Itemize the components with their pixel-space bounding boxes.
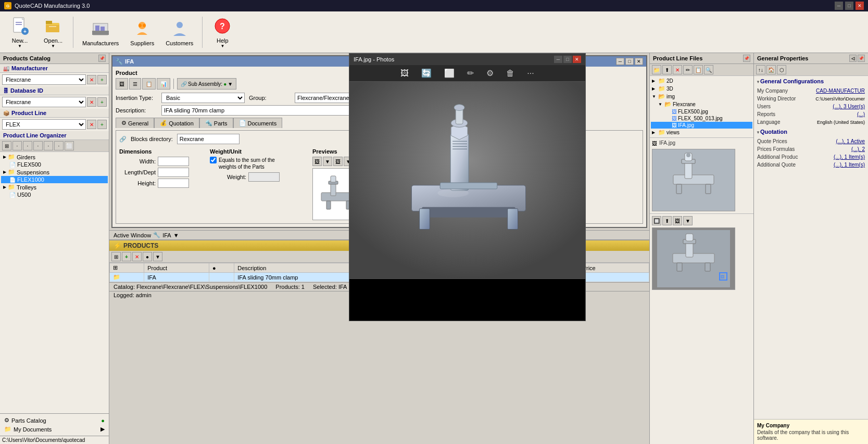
height-input[interactable]: 0.000 bbox=[158, 179, 189, 188]
photo-tool-settings-btn[interactable]: ⚙ bbox=[483, 67, 497, 79]
ifa-icon-btn4[interactable]: 📊 bbox=[157, 78, 170, 90]
photos-minimize-btn[interactable]: ─ bbox=[554, 56, 562, 63]
manufacturers-button[interactable]: Manufacturers bbox=[78, 16, 123, 49]
preview-dropdown1[interactable]: ▼ bbox=[323, 157, 332, 166]
photo-tool-edit-btn[interactable]: ✏ bbox=[464, 67, 477, 79]
tree-item-flex500[interactable]: 📄 FLEX500 bbox=[1, 161, 108, 168]
org-btn2[interactable]: · bbox=[12, 141, 22, 150]
close-button[interactable]: ✕ bbox=[856, 2, 864, 10]
database-add-btn[interactable]: + bbox=[97, 97, 107, 107]
panel-pin-icon[interactable]: 📌 bbox=[98, 55, 106, 62]
photos-close-btn[interactable]: ✕ bbox=[573, 56, 581, 63]
photo-tool-rotate-btn[interactable]: 🔄 bbox=[418, 67, 435, 79]
bp-btn4[interactable]: ▼ bbox=[683, 216, 693, 225]
ft-btn2[interactable]: ⬆ bbox=[662, 65, 672, 74]
open-button[interactable]: Open... ▼ bbox=[37, 13, 69, 51]
prop-my-company-val[interactable]: CAD-MANUFACTUR bbox=[816, 88, 865, 94]
preview-btn1[interactable]: 🖼 bbox=[312, 157, 322, 166]
file-tree-2d[interactable]: ▶ 📁 2D bbox=[651, 77, 752, 85]
photo-tool-crop-btn[interactable]: ⬜ bbox=[441, 67, 458, 79]
quotation-expand[interactable]: ▼ Quotation bbox=[756, 129, 866, 136]
prod-add-btn[interactable]: + bbox=[122, 252, 131, 261]
prop-additional-produc-val[interactable]: (...), 1 Item(s) bbox=[834, 154, 865, 160]
help-button[interactable]: ? Help ▼ bbox=[207, 13, 238, 51]
product-line-delete-btn[interactable]: ✕ bbox=[87, 120, 96, 129]
ft-btn6[interactable]: 🔍 bbox=[704, 65, 713, 74]
ifa-icon-btn2[interactable]: ☰ bbox=[129, 78, 141, 90]
manufacturer-select[interactable]: Flexcrane bbox=[2, 74, 86, 85]
blocks-dir-input[interactable] bbox=[177, 134, 240, 144]
gen-configs-expand[interactable]: ▼ General Configurations bbox=[756, 78, 866, 86]
ifa-minimize-btn[interactable]: ─ bbox=[616, 58, 624, 65]
minimize-button[interactable]: ─ bbox=[835, 2, 843, 10]
photo-tool-delete-btn[interactable]: 🗑 bbox=[503, 68, 518, 79]
tab-parts[interactable]: 🔩 Parts bbox=[199, 118, 233, 128]
ifa-icon-btn3[interactable]: 📋 bbox=[142, 78, 156, 90]
ft-btn1[interactable]: 📁 bbox=[652, 65, 661, 74]
gp-sort2-icon[interactable]: 🏠 bbox=[766, 65, 776, 74]
product-line-add-btn[interactable]: + bbox=[97, 120, 107, 129]
file-tree-img[interactable]: ▼ 📂 img bbox=[651, 93, 752, 100]
prop-additional-quote-val[interactable]: (...), 1 Item(s) bbox=[834, 162, 865, 168]
prop-users-val[interactable]: (...), 3 User(s) bbox=[833, 104, 865, 109]
equals-checkbox[interactable] bbox=[210, 157, 217, 163]
org-btn5[interactable]: · bbox=[44, 141, 53, 150]
file-tree-flexcrane[interactable]: ▼ 📂 Flexcrane bbox=[651, 100, 752, 108]
prod-del-btn[interactable]: ✕ bbox=[132, 252, 142, 261]
description-input[interactable] bbox=[161, 105, 359, 116]
tab-quotation[interactable]: 💰 Quotation bbox=[154, 118, 199, 128]
right-panel-pin-icon[interactable]: 📌 bbox=[743, 55, 750, 62]
manufacturer-delete-btn[interactable]: ✕ bbox=[87, 75, 96, 84]
tree-item-girders[interactable]: ▶ 📁 Girders bbox=[1, 153, 108, 161]
tab-general[interactable]: ⚙ General bbox=[116, 118, 154, 128]
tree-item-trolleys[interactable]: ▶ 📁 Trolleys bbox=[1, 183, 108, 191]
gp-sort1-icon[interactable]: ↑↓ bbox=[756, 65, 765, 74]
tree-item-flex1000[interactable]: 📄 FLEX1000 bbox=[1, 176, 108, 183]
org-btn1[interactable]: ⊞ bbox=[2, 141, 11, 150]
file-tree-flex500013jpg[interactable]: 🖼 FLEX_500_013.jpg bbox=[651, 115, 752, 122]
prop-quote-prices-val[interactable]: (...), 1 Active bbox=[836, 138, 865, 144]
preview-btn2[interactable]: 🖼 bbox=[333, 157, 343, 166]
database-delete-btn[interactable]: ✕ bbox=[87, 97, 96, 107]
file-tree-3d[interactable]: ▶ 📁 3D bbox=[651, 85, 752, 93]
tree-item-suspensions[interactable]: ▶ 📁 Suspensions bbox=[1, 168, 108, 176]
database-id-select[interactable]: Flexcrane bbox=[2, 97, 86, 107]
gen-props-pin-icon[interactable]: 📌 bbox=[858, 55, 865, 62]
file-tree-views[interactable]: ▶ 📁 views bbox=[651, 129, 752, 136]
maximize-button[interactable]: □ bbox=[845, 2, 853, 10]
product-line-select[interactable]: FLEX bbox=[2, 119, 86, 130]
ifa-icon-btn1[interactable]: 🖼 bbox=[116, 78, 128, 90]
prod-btn4[interactable]: ● bbox=[143, 252, 152, 261]
bp-btn2[interactable]: ⬆ bbox=[662, 216, 672, 225]
sub-assembly-btn[interactable]: 🔗 Sub Assembly: ● ▼ bbox=[177, 78, 236, 90]
my-documents-item[interactable]: 📁 My Documents ▶ bbox=[2, 425, 107, 434]
prop-reports-val[interactable]: (...) bbox=[857, 111, 865, 117]
photos-maximize-btn[interactable]: □ bbox=[563, 56, 572, 63]
prod-btn5[interactable]: ▼ bbox=[153, 252, 162, 261]
parts-catalog-item[interactable]: ⚙ Parts Catalog ● bbox=[2, 416, 107, 425]
title-bar-controls[interactable]: ─ □ ✕ bbox=[835, 2, 864, 10]
ft-btn3[interactable]: ✕ bbox=[673, 65, 682, 74]
manufacturer-add-btn[interactable]: + bbox=[97, 75, 107, 84]
new-button[interactable]: + New... ▼ bbox=[4, 13, 35, 51]
insertion-type-select[interactable]: Basic bbox=[161, 93, 245, 103]
bp-btn3[interactable]: 🖼 bbox=[673, 216, 682, 225]
file-tree-flex500jpg[interactable]: 🖼 FLEX500.jpg bbox=[651, 108, 752, 115]
ifa-maximize-btn[interactable]: □ bbox=[625, 58, 634, 65]
file-tree-ifajpg[interactable]: 🖼 IFA.jpg bbox=[651, 122, 752, 129]
bp-btn1[interactable]: 🔲 bbox=[652, 216, 661, 225]
org-btn6[interactable]: · bbox=[54, 141, 64, 150]
tab-documents[interactable]: 📄 Documents bbox=[233, 118, 283, 128]
tree-item-u500[interactable]: 📄 U500 bbox=[1, 191, 108, 198]
photo-tool-more-btn[interactable]: ··· bbox=[524, 68, 537, 79]
prop-prices-formulas-val[interactable]: (...), 2 bbox=[851, 146, 865, 152]
ft-btn4[interactable]: ✏ bbox=[683, 65, 693, 74]
customers-button[interactable]: Customers bbox=[161, 16, 198, 49]
length-input[interactable]: 0.000 bbox=[158, 168, 189, 177]
suppliers-button[interactable]: Suppliers bbox=[125, 16, 159, 49]
org-btn4[interactable]: · bbox=[33, 141, 43, 150]
prod-icon-btn1[interactable]: ⊞ bbox=[111, 252, 121, 261]
org-btn7[interactable]: ⬜ bbox=[65, 141, 74, 150]
width-input[interactable]: 0.000 bbox=[158, 157, 189, 166]
org-btn3[interactable]: · bbox=[23, 141, 32, 150]
